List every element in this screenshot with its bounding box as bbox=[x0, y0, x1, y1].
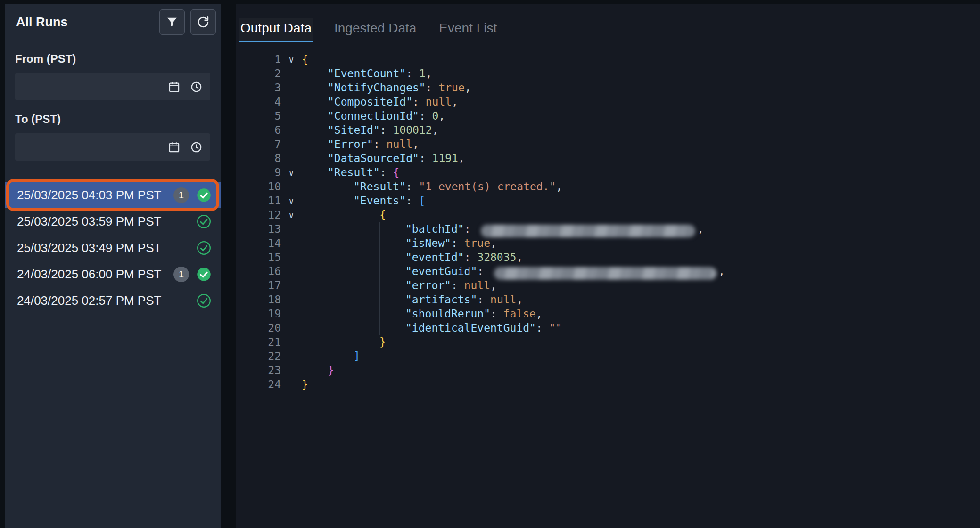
tab-event-list[interactable]: Event List bbox=[437, 18, 499, 42]
from-date-input[interactable] bbox=[23, 80, 158, 94]
code-line: 15"eventId": 328035, bbox=[236, 250, 980, 264]
code-line: 18"artifacts": null, bbox=[236, 292, 980, 307]
code-line: 3"NotifyChanges": true, bbox=[236, 81, 980, 95]
code-line: 8"DataSourceId": 1191, bbox=[236, 151, 980, 165]
line-number: 4 bbox=[236, 95, 281, 109]
code-line: 23} bbox=[236, 363, 980, 377]
refresh-icon bbox=[197, 16, 210, 29]
sidebar-title: All Runs bbox=[16, 15, 154, 30]
fold-chevron-icon[interactable]: ∨ bbox=[281, 194, 302, 208]
code-line: 1∨{ bbox=[236, 52, 980, 66]
run-list-item[interactable]: 25/03/2025 04:03 PM PST 1 bbox=[5, 182, 221, 208]
status-success-outline-icon bbox=[197, 241, 211, 255]
code-line: 24} bbox=[236, 377, 980, 391]
line-number: 6 bbox=[236, 123, 281, 137]
to-date-field[interactable] bbox=[15, 133, 210, 161]
code-line: 6"SiteId": 100012, bbox=[236, 123, 980, 137]
tab-ingested-data[interactable]: Ingested Data bbox=[332, 18, 418, 42]
code-line: 21} bbox=[236, 335, 980, 349]
fold-chevron-icon[interactable]: ∨ bbox=[281, 208, 302, 222]
run-status-group bbox=[197, 241, 211, 255]
sidebar-header: All Runs bbox=[5, 4, 221, 41]
code-line: 13"batchId": , bbox=[236, 222, 980, 236]
to-label: To (PST) bbox=[15, 113, 210, 126]
run-timestamp: 25/03/2025 03:49 PM PST bbox=[17, 241, 161, 255]
run-timestamp: 24/03/2025 02:57 PM PST bbox=[17, 293, 161, 308]
run-timestamp: 25/03/2025 04:03 PM PST bbox=[17, 188, 161, 203]
run-detail-panel: Output DataIngested DataEvent List 1∨{2"… bbox=[236, 4, 980, 528]
status-success-solid-icon bbox=[197, 267, 211, 282]
line-number: 13 bbox=[236, 222, 281, 236]
from-label: From (PST) bbox=[15, 52, 210, 65]
tab-bar: Output DataIngested DataEvent List bbox=[236, 4, 980, 42]
line-number: 3 bbox=[236, 81, 281, 95]
code-line: 14"isNew": true, bbox=[236, 236, 980, 250]
run-timestamp: 25/03/2025 03:59 PM PST bbox=[17, 214, 161, 229]
status-success-solid-icon bbox=[197, 188, 211, 203]
run-list-item[interactable]: 25/03/2025 03:49 PM PST bbox=[5, 235, 221, 261]
run-status-group bbox=[197, 214, 211, 229]
line-number: 19 bbox=[236, 307, 281, 321]
line-number: 9 bbox=[236, 165, 281, 179]
redacted-value bbox=[481, 225, 695, 237]
line-number: 20 bbox=[236, 321, 281, 335]
run-count-badge: 1 bbox=[173, 187, 189, 203]
line-number: 18 bbox=[236, 292, 281, 307]
code-line: 22] bbox=[236, 349, 980, 363]
line-number: 15 bbox=[236, 250, 281, 264]
run-status-group bbox=[197, 293, 211, 308]
line-number: 17 bbox=[236, 278, 281, 292]
filter-icon bbox=[165, 16, 179, 29]
run-status-group: 1 bbox=[173, 187, 211, 203]
line-number: 5 bbox=[236, 109, 281, 123]
code-line: 16"eventGuid": , bbox=[236, 264, 980, 278]
runs-sidebar: All Runs From (PST) bbox=[5, 4, 221, 528]
status-success-outline-icon bbox=[197, 214, 211, 229]
code-line: 2"EventCount": 1, bbox=[236, 66, 980, 81]
code-line: 12∨{ bbox=[236, 208, 980, 222]
line-number: 11 bbox=[236, 194, 281, 208]
to-date-input[interactable] bbox=[23, 140, 158, 154]
run-status-group: 1 bbox=[173, 267, 211, 282]
status-success-outline-icon bbox=[197, 293, 211, 308]
code-line: 19"shouldRerun": false, bbox=[236, 307, 980, 321]
line-number: 10 bbox=[236, 179, 281, 194]
runs-list: 25/03/2025 04:03 PM PST 1 25/03/2025 03:… bbox=[5, 177, 221, 314]
code-line: 7"Error": null, bbox=[236, 137, 980, 151]
clock-icon[interactable] bbox=[190, 81, 203, 93]
line-number: 1 bbox=[236, 52, 281, 66]
clock-icon[interactable] bbox=[190, 141, 203, 154]
line-number: 12 bbox=[236, 208, 281, 222]
line-number: 7 bbox=[236, 137, 281, 151]
tab-output-data[interactable]: Output Data bbox=[239, 18, 313, 42]
line-number: 21 bbox=[236, 335, 281, 349]
line-number: 22 bbox=[236, 349, 281, 363]
line-number: 2 bbox=[236, 66, 281, 81]
code-viewer: 1∨{2"EventCount": 1,3"NotifyChanges": tr… bbox=[236, 52, 980, 391]
from-date-field[interactable] bbox=[15, 73, 210, 100]
filter-button[interactable] bbox=[159, 9, 185, 35]
fold-chevron-icon[interactable]: ∨ bbox=[281, 165, 302, 179]
code-line: 10"Result": "1 event(s) created.", bbox=[236, 179, 980, 194]
run-timestamp: 24/03/2025 06:00 PM PST bbox=[17, 267, 161, 282]
code-line: 17"error": null, bbox=[236, 278, 980, 292]
refresh-button[interactable] bbox=[190, 9, 216, 35]
line-number: 23 bbox=[236, 363, 281, 377]
code-line: 20"identicalEventGuid": "" bbox=[236, 321, 980, 335]
line-number: 16 bbox=[236, 264, 281, 278]
line-number: 24 bbox=[236, 377, 281, 391]
run-list-item[interactable]: 24/03/2025 02:57 PM PST bbox=[5, 287, 221, 314]
calendar-icon[interactable] bbox=[168, 141, 181, 154]
fold-chevron-icon[interactable]: ∨ bbox=[281, 52, 302, 66]
run-list-item[interactable]: 24/03/2025 06:00 PM PST 1 bbox=[5, 261, 221, 287]
date-filter-section: From (PST) To (PST) bbox=[5, 41, 221, 177]
run-count-badge: 1 bbox=[173, 267, 189, 282]
code-line: 9∨"Result": { bbox=[236, 165, 980, 179]
line-number: 8 bbox=[236, 151, 281, 165]
redacted-value bbox=[494, 267, 716, 280]
run-list-item[interactable]: 25/03/2025 03:59 PM PST bbox=[5, 208, 221, 235]
calendar-icon[interactable] bbox=[168, 81, 181, 93]
code-line: 11∨"Events": [ bbox=[236, 194, 980, 208]
code-line: 4"CompositeId": null, bbox=[236, 95, 980, 109]
code-line: 5"ConnectionId": 0, bbox=[236, 109, 980, 123]
